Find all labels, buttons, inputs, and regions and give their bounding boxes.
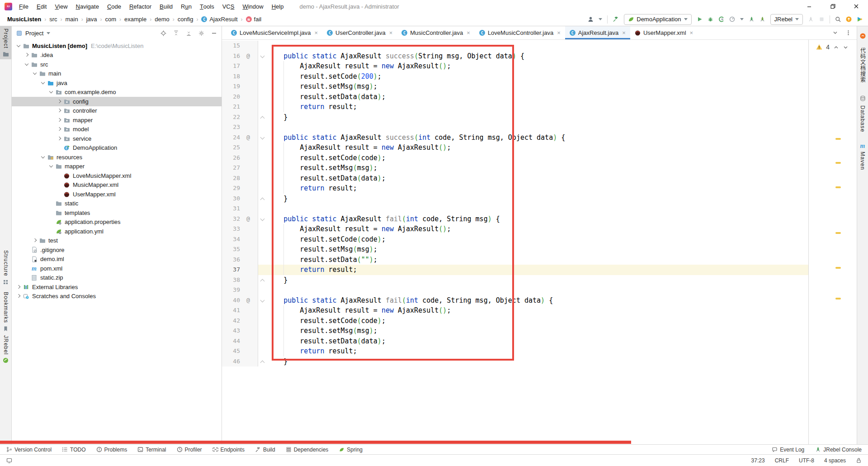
toolwindow-problems[interactable]: Problems: [96, 447, 127, 453]
tree-item-demoapplication[interactable]: CDemoApplication: [12, 143, 222, 153]
indent-setting[interactable]: 4 spaces: [824, 457, 846, 464]
close-tab-icon[interactable]: ×: [622, 29, 626, 36]
tree-item-controller[interactable]: controller: [12, 106, 222, 116]
toolwindow-spring[interactable]: Spring: [339, 447, 363, 453]
code-line-17[interactable]: 17 AjaxResult result = new AjaxResult();: [222, 61, 857, 71]
toolwindow-version-control[interactable]: Version Control: [6, 447, 52, 453]
tool-window-button-project[interactable]: Project: [0, 26, 11, 59]
breadcrumb-item-ajaxresult[interactable]: CAjaxResult: [199, 15, 239, 23]
close-tab-icon[interactable]: ×: [557, 29, 561, 36]
tree-item-scratches-and-consoles[interactable]: Scratches and Consoles: [12, 292, 222, 301]
code-line-15[interactable]: 15: [222, 41, 857, 51]
user-dropdown-caret[interactable]: [599, 18, 602, 20]
previous-warning-icon[interactable]: [833, 44, 839, 50]
menu-tools[interactable]: Tools: [196, 0, 218, 13]
code-line-38[interactable]: 38 }: [222, 275, 857, 285]
code-line-27[interactable]: 27 result.setMsg(msg);: [222, 163, 857, 173]
toolwindow-dependencies[interactable]: Dependencies: [286, 447, 329, 453]
fold-marker-icon[interactable]: [258, 133, 267, 143]
tree-item-demo.iml[interactable]: demo.iml: [12, 255, 222, 264]
hide-panel-icon[interactable]: [211, 30, 217, 36]
tree-chevron-icon[interactable]: [32, 238, 38, 243]
profiler-button[interactable]: [729, 16, 735, 22]
code-line-25[interactable]: 25 AjaxResult result = new AjaxResult();: [222, 143, 857, 153]
tree-chevron-icon[interactable]: [32, 71, 38, 76]
tool-window-button-jrebel[interactable]: JRebel: [0, 333, 11, 366]
tree-item-com.example.demo[interactable]: com.example.demo: [12, 88, 222, 97]
collapse-all-icon[interactable]: [186, 30, 192, 36]
breadcrumb-item-fail[interactable]: mfail: [244, 15, 264, 23]
tool-window-button-plugin[interactable]: [857, 31, 868, 41]
tab-ajaxresult.java[interactable]: CAjaxResult.java×: [565, 26, 630, 39]
fold-marker-icon[interactable]: [258, 357, 267, 367]
menu-edit[interactable]: Edit: [33, 0, 51, 13]
tree-item-mapper[interactable]: mapper: [12, 115, 222, 125]
code-line-29[interactable]: 29 return result;: [222, 183, 857, 194]
code-line-37[interactable]: 37 return result;: [222, 265, 857, 275]
menu-run[interactable]: Run: [177, 0, 196, 13]
tree-item-lovemusicmapper.xml[interactable]: LoveMusicMapper.xml: [12, 171, 222, 181]
tree-item-application.yml[interactable]: application.yml: [12, 227, 222, 236]
tree-item-main[interactable]: main: [12, 69, 222, 79]
close-tab-icon[interactable]: ×: [467, 29, 470, 36]
code-line-45[interactable]: 45 return result;: [222, 346, 857, 357]
minimize-button[interactable]: [797, 0, 821, 13]
tree-chevron-icon[interactable]: [15, 294, 22, 299]
tree-chevron-icon[interactable]: [48, 90, 55, 95]
gear-icon[interactable]: [198, 30, 204, 36]
tab-list-chevron-icon[interactable]: [832, 30, 838, 36]
code-line-34[interactable]: 34 result.setCode(code);: [222, 234, 857, 245]
file-encoding[interactable]: UTF-8: [799, 457, 814, 464]
code-line-39[interactable]: 39: [222, 285, 857, 295]
tree-item-static.zip[interactable]: static.zip: [12, 273, 222, 283]
user-account-icon[interactable]: [588, 16, 594, 22]
warning-stripe-mark[interactable]: [835, 186, 841, 188]
fold-marker-icon[interactable]: [258, 214, 267, 224]
project-view-caret[interactable]: [47, 32, 50, 34]
menu-view[interactable]: View: [51, 0, 71, 13]
code-line-33[interactable]: 33 AjaxResult result = new AjaxResult();: [222, 224, 857, 234]
code-line-30[interactable]: 30 }: [222, 194, 857, 204]
fold-marker-icon[interactable]: [258, 51, 267, 62]
jrebel-run-button[interactable]: [749, 16, 755, 22]
profiler-dropdown-caret[interactable]: [740, 18, 744, 20]
code-line-32[interactable]: 32@ public static AjaxResult fail(int co…: [222, 214, 857, 224]
expand-all-icon[interactable]: [173, 30, 179, 36]
tree-item-pom.xml[interactable]: mpom.xml: [12, 264, 222, 273]
breadcrumb-item-musiclisten[interactable]: MusicListen: [5, 15, 43, 23]
code-line-20[interactable]: 20 result.setData(data);: [222, 92, 857, 102]
tree-chevron-icon[interactable]: [56, 117, 63, 123]
jrebel-select[interactable]: JRebel: [770, 14, 803, 25]
tree-chevron-icon[interactable]: [40, 154, 47, 160]
tab-musiccontroller.java[interactable]: CMusicController.java×: [397, 26, 475, 39]
coverage-button[interactable]: [718, 16, 724, 22]
caret-position[interactable]: 37:23: [751, 457, 765, 464]
tree-item-.idea[interactable]: .idea: [12, 51, 222, 60]
code-line-18[interactable]: 18 result.setCode(200);: [222, 71, 857, 82]
code-line-23[interactable]: 23: [222, 122, 857, 133]
tree-item-external-libraries[interactable]: External Libraries: [12, 282, 222, 292]
plugin-play-icon[interactable]: [857, 16, 863, 22]
code-line-40[interactable]: 40@ public static AjaxResult fail(int co…: [222, 295, 857, 306]
toolwindow-build[interactable]: Build: [255, 447, 275, 453]
tree-item-test[interactable]: test: [12, 236, 222, 246]
tree-chevron-icon[interactable]: [56, 99, 63, 104]
code-line-22[interactable]: 22 }: [222, 112, 857, 123]
code-line-16[interactable]: 16@ public static AjaxResult success(Str…: [222, 51, 857, 62]
tab-lovemusicserviceimpl.java[interactable]: CLoveMusicServiceImpl.java×: [226, 26, 322, 39]
menu-navigate[interactable]: Navigate: [72, 0, 103, 13]
tool-window-button-代码文档搜索[interactable]: 代码文档搜索: [857, 45, 868, 85]
code-line-43[interactable]: 43 result.setMsg(msg);: [222, 326, 857, 336]
close-tab-icon[interactable]: ×: [389, 29, 393, 36]
tool-window-button-database[interactable]: Database: [857, 103, 868, 134]
run-configuration-select[interactable]: DemoApplication: [624, 14, 691, 25]
tree-item-application.properties[interactable]: application.properties: [12, 218, 222, 227]
update-icon[interactable]: [846, 16, 852, 22]
tool-window-button-database[interactable]: [857, 93, 868, 104]
tree-chevron-icon[interactable]: [15, 43, 22, 48]
tree-chevron-icon[interactable]: [40, 80, 47, 86]
tab-usermapper.xml[interactable]: UserMapper.xml×: [630, 26, 698, 39]
tree-chevron-icon[interactable]: [48, 164, 55, 169]
project-panel-title[interactable]: Project: [25, 30, 43, 37]
tree-chevron-icon[interactable]: [56, 136, 63, 141]
